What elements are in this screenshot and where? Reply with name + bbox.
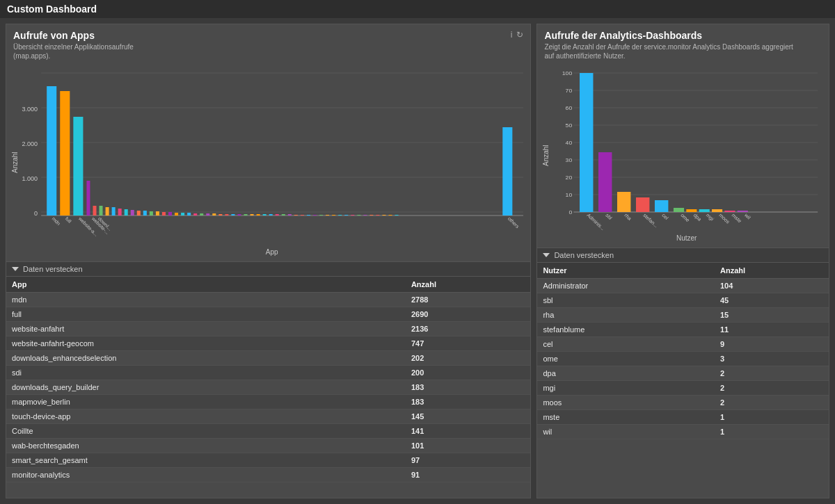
table-row: cel9 [537,337,829,352]
table-row: moos2 [537,396,829,410]
svg-text:wil: wil [743,212,753,221]
svg-rect-94 [674,208,684,212]
info-icon[interactable]: i [511,30,513,40]
analytics-chart-area: Anzahl 0 10 [537,63,829,247]
svg-text:sbl: sbl [605,212,614,221]
svg-rect-59 [376,215,379,216]
svg-rect-43 [276,214,279,216]
svg-text:stefan...: stefan... [642,212,660,229]
svg-text:cel: cel [661,212,671,221]
svg-rect-21 [137,211,141,216]
table-row: website-anfahrt-geocom747 [6,336,530,351]
svg-rect-23 [150,211,153,216]
svg-rect-13 [86,181,90,216]
svg-rect-25 [162,212,166,216]
svg-rect-90 [598,152,612,212]
svg-rect-36 [231,214,234,216]
panel-analytics: Aufrufe der Analytics-Dashboards Zeigt d… [536,24,829,498]
table-row: monitor-analytics91 [6,468,530,482]
apps-toggle[interactable]: Daten verstecken [6,261,530,277]
svg-rect-24 [156,211,159,216]
apps-chart-area: Anzahl 0 1.000 2.000 3.000 [6,63,530,261]
table-row: Administrator104 [537,279,829,293]
analytics-chart-svg: 0 10 20 30 40 50 60 70 100 [551,66,822,233]
svg-rect-60 [382,215,385,216]
table-row: wil1 [537,425,829,439]
table-row: dpa2 [537,366,829,381]
svg-rect-32 [206,213,209,216]
apps-toggle-triangle [12,267,19,271]
apps-chart-container: Anzahl 0 1.000 2.000 3.000 [9,66,523,259]
refresh-icon[interactable]: ↻ [516,30,523,40]
svg-rect-19 [125,209,128,216]
analytics-data-table[interactable]: Nutzer Anzahl Administrator104sbl45rha15… [537,263,829,498]
svg-rect-42 [269,214,273,216]
analytics-toggle[interactable]: Daten verstecken [537,247,829,263]
table-row: sbl45 [537,293,829,308]
svg-text:70: 70 [566,87,573,94]
table-row: sdi200 [6,366,530,380]
table-row: Coillte141 [6,424,530,439]
svg-rect-37 [237,214,241,216]
apps-table: App Anzahl mdn2788full2690website-anfahr… [6,277,530,482]
panel-analytics-subtitle: Zeigt die Anzahl der Aufrufe der service… [544,42,794,60]
svg-text:1.000: 1.000 [22,175,38,182]
svg-rect-58 [369,215,373,216]
panel-apps-header: Aufrufe von Apps Übersicht einzelner App… [6,24,530,63]
svg-rect-52 [332,215,335,216]
svg-rect-12 [73,117,83,216]
panel-apps-subtitle: Übersicht einzelner Applikationsaufrufe … [13,42,157,60]
svg-rect-56 [357,215,360,216]
svg-rect-41 [263,214,267,216]
table-row: mste1 [537,410,829,425]
svg-rect-30 [193,213,197,216]
dashboard-body: Aufrufe von Apps Übersicht einzelner App… [0,18,835,504]
svg-rect-97 [712,209,722,212]
panel-apps-title: Aufrufe von Apps [13,30,173,41]
apps-x-axis-label: App [20,248,523,259]
svg-text:10: 10 [566,191,573,198]
svg-rect-57 [363,215,367,216]
svg-text:ome: ome [680,212,692,223]
svg-text:30: 30 [566,156,573,163]
analytics-y-axis-label: Anzahl [540,66,551,245]
svg-text:50: 50 [566,122,573,129]
svg-rect-29 [187,213,191,216]
svg-text:mste: mste [731,212,743,224]
svg-rect-96 [699,209,710,212]
svg-rect-39 [250,214,254,216]
svg-rect-48 [307,215,310,216]
svg-text:60: 60 [566,104,573,111]
svg-rect-44 [282,214,285,216]
apps-data-table[interactable]: App Anzahl mdn2788full2690website-anfahr… [6,277,530,498]
svg-text:moos: moos [718,212,732,225]
svg-rect-27 [175,213,178,216]
analytics-table: Nutzer Anzahl Administrator104sbl45rha15… [537,263,829,439]
svg-rect-34 [218,214,222,216]
table-row: mapmovie_berlin183 [6,395,530,409]
table-row: stefanblume11 [537,323,829,337]
svg-text:Adminis...: Adminis... [586,212,607,231]
svg-text:others: others [507,216,520,229]
analytics-toggle-label: Daten verstecken [554,251,614,259]
svg-rect-33 [212,213,216,216]
panel-apps-icons: i ↻ [511,30,524,40]
svg-rect-46 [294,215,298,216]
svg-rect-91 [617,192,630,212]
svg-rect-10 [47,86,56,216]
svg-rect-51 [326,215,329,216]
svg-text:3.000: 3.000 [22,106,38,113]
svg-rect-14 [93,206,96,216]
svg-rect-95 [687,209,697,212]
svg-rect-38 [244,214,248,216]
table-row: rha15 [537,308,829,323]
svg-rect-61 [389,215,392,216]
svg-rect-53 [338,215,342,216]
table-row: full2690 [6,307,530,322]
svg-rect-49 [313,215,317,216]
svg-rect-99 [738,211,748,212]
svg-rect-93 [655,200,668,212]
table-row: mgi2 [537,381,829,396]
svg-text:0: 0 [569,209,573,216]
svg-rect-26 [168,212,172,216]
